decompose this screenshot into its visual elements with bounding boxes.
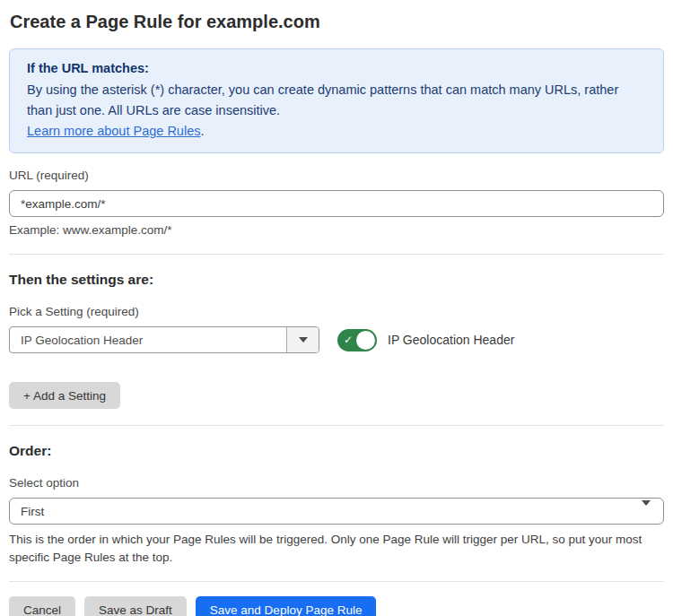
divider — [9, 254, 664, 255]
setting-picker-label: Pick a Setting (required) — [9, 304, 664, 319]
toggle-knob — [356, 331, 375, 350]
url-match-info-box: If the URL matches: By using the asteris… — [9, 48, 664, 153]
toggle-label: IP Geolocation Header — [388, 333, 514, 347]
url-field-label: URL (required) — [9, 168, 664, 183]
cancel-button[interactable]: Cancel — [9, 596, 75, 616]
info-box-body: By using the asterisk (*) character, you… — [27, 80, 646, 121]
order-section-heading: Order: — [9, 442, 664, 459]
setting-select-arrow-button[interactable] — [286, 327, 319, 352]
caret-down-icon — [642, 506, 651, 519]
save-draft-button[interactable]: Save as Draft — [84, 596, 187, 616]
setting-row: IP Geolocation Header ✓ IP Geolocation H… — [9, 326, 664, 353]
ip-geolocation-toggle[interactable]: ✓ — [337, 329, 377, 351]
dropdown-arrow-icon — [299, 337, 308, 343]
page-title: Create a Page Rule for example.com — [10, 11, 664, 32]
order-select[interactable]: First — [9, 498, 664, 525]
divider — [9, 425, 664, 426]
setting-select[interactable]: IP Geolocation Header — [9, 326, 319, 353]
setting-select-value: IP Geolocation Header — [10, 327, 286, 352]
divider — [9, 581, 664, 582]
order-select-value: First — [21, 505, 44, 518]
url-field-helper: Example: www.example.com/* — [9, 222, 664, 238]
link-suffix: . — [200, 124, 204, 138]
order-helper-text: This is the order in which your Page Rul… — [9, 531, 664, 567]
settings-section-heading: Then the settings are: — [9, 271, 664, 288]
check-icon: ✓ — [344, 334, 353, 345]
footer-buttons: Cancel Save as Draft Save and Deploy Pag… — [9, 596, 664, 616]
learn-more-link[interactable]: Learn more about Page Rules — [27, 124, 200, 138]
add-setting-button[interactable]: + Add a Setting — [9, 382, 120, 409]
create-page-rule-form: Create a Page Rule for example.com If th… — [0, 0, 673, 616]
url-input[interactable] — [9, 190, 664, 217]
order-select-label: Select option — [9, 475, 664, 490]
save-deploy-button[interactable]: Save and Deploy Page Rule — [196, 596, 377, 616]
info-box-heading: If the URL matches: — [27, 58, 646, 78]
info-link-line: Learn more about Page Rules. — [27, 121, 646, 142]
